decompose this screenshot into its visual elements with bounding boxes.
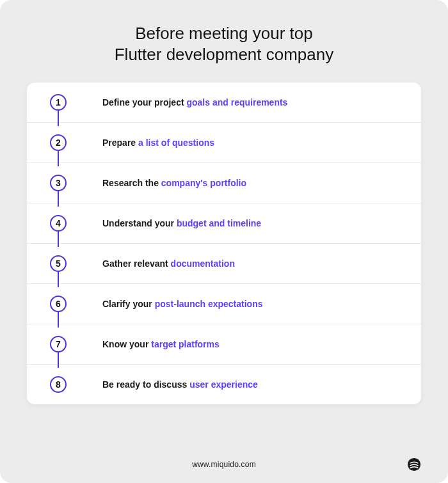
step-row: 8 Be ready to discuss user experience (27, 365, 421, 404)
step-row: 2 Prepare a list of questions (27, 123, 421, 163)
step-number-circle: 6 (50, 296, 67, 312)
step-connector (58, 272, 59, 287)
title-line-2: Flutter development company (115, 45, 334, 64)
step-bullet: 2 (47, 134, 69, 151)
step-text: Know your target platforms (69, 339, 220, 349)
step-text-pre: Be ready to discuss (102, 379, 189, 390)
step-bullet: 6 (47, 296, 69, 312)
step-text-highlight: post-launch expectations (155, 299, 263, 309)
step-row: 4 Understand your budget and timeline (27, 203, 421, 244)
step-text: Prepare a list of questions (69, 138, 214, 148)
step-bullet: 7 (47, 336, 69, 352)
step-text: Clarify your post-launch expectations (69, 299, 263, 309)
step-connector (58, 352, 59, 368)
step-row: 5 Gather relevant documentation (27, 244, 421, 284)
step-bullet: 5 (47, 255, 69, 272)
step-number-circle: 8 (50, 376, 67, 393)
step-text-pre: Define your project (102, 97, 186, 107)
step-row: 1 Define your project goals and requirem… (27, 83, 421, 123)
step-connector (58, 232, 59, 247)
step-number: 5 (56, 258, 61, 269)
step-number: 2 (56, 138, 61, 148)
step-text-pre: Understand your (102, 218, 177, 228)
step-row: 3 Research the company's portfolio (27, 163, 421, 203)
step-text-pre: Research the (102, 178, 161, 188)
step-number: 3 (56, 178, 61, 188)
step-number-circle: 4 (50, 215, 67, 232)
step-text-highlight: documentation (171, 258, 235, 269)
step-text-highlight: goals and requirements (186, 97, 287, 107)
step-number: 4 (56, 218, 61, 228)
title-line-1: Before meeting your top (135, 24, 313, 43)
step-number: 1 (56, 97, 61, 107)
step-text-highlight: target platforms (151, 339, 220, 349)
step-text-pre: Know your (102, 339, 151, 349)
step-text: Gather relevant documentation (69, 258, 235, 269)
step-number: 6 (56, 299, 61, 309)
step-number-circle: 3 (50, 175, 67, 191)
step-text-pre: Gather relevant (102, 258, 171, 269)
step-text-highlight: user experience (189, 379, 258, 390)
step-bullet: 1 (47, 94, 69, 111)
step-number-circle: 1 (50, 94, 67, 111)
step-text-pre: Prepare (102, 138, 138, 148)
step-text: Research the company's portfolio (69, 178, 246, 188)
step-text-highlight: company's portfolio (161, 178, 246, 188)
step-row: 6 Clarify your post-launch expectations (27, 284, 421, 324)
step-text-pre: Clarify your (102, 299, 155, 309)
step-connector (58, 111, 59, 126)
step-text: Define your project goals and requiremen… (69, 97, 287, 107)
infographic-card: Before meeting your top Flutter developm… (0, 0, 448, 483)
logo-icon (407, 457, 421, 471)
step-text: Understand your budget and timeline (69, 218, 261, 228)
step-number-circle: 5 (50, 255, 67, 272)
step-text: Be ready to discuss user experience (69, 379, 258, 390)
step-connector (58, 191, 59, 207)
step-connector (58, 312, 59, 328)
step-connector (58, 151, 59, 166)
step-text-highlight: budget and timeline (177, 218, 261, 228)
footer-domain: www.miquido.com (192, 460, 256, 469)
page-title: Before meeting your top Flutter developm… (27, 23, 421, 65)
step-bullet: 8 (47, 376, 69, 393)
step-number-circle: 7 (50, 336, 67, 352)
step-number: 7 (56, 339, 61, 349)
step-number: 8 (56, 379, 61, 390)
step-bullet: 4 (47, 215, 69, 232)
step-bullet: 3 (47, 175, 69, 191)
step-text-highlight: a list of questions (138, 138, 214, 148)
step-row: 7 Know your target platforms (27, 324, 421, 365)
footer: www.miquido.com (27, 448, 421, 469)
step-number-circle: 2 (50, 134, 67, 151)
steps-panel: 1 Define your project goals and requirem… (27, 83, 421, 404)
